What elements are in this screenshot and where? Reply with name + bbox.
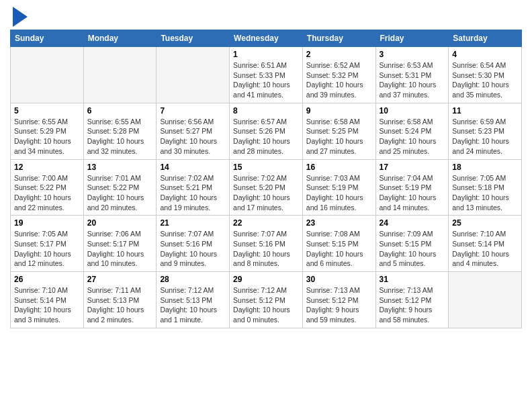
day-info: Sunrise: 6:56 AM Sunset: 5:27 PM Dayligh… (160, 117, 226, 156)
day-number: 10 (380, 106, 445, 116)
calendar-table: SundayMondayTuesdayWednesdayThursdayFrid… (10, 30, 522, 328)
day-info: Sunrise: 7:02 AM Sunset: 5:21 PM Dayligh… (160, 173, 226, 213)
day-number: 23 (306, 218, 372, 228)
day-info: Sunrise: 6:54 AM Sunset: 5:30 PM Dayligh… (452, 60, 518, 100)
day-info: Sunrise: 7:13 AM Sunset: 5:12 PM Dayligh… (380, 285, 445, 325)
day-number: 24 (380, 218, 445, 228)
day-info: Sunrise: 7:06 AM Sunset: 5:17 PM Dayligh… (87, 229, 153, 269)
day-number: 26 (14, 275, 80, 284)
day-cell: 10Sunrise: 6:58 AM Sunset: 5:24 PM Dayli… (375, 103, 449, 159)
day-cell: 20Sunrise: 7:06 AM Sunset: 5:17 PM Dayli… (83, 216, 157, 272)
day-info: Sunrise: 7:00 AM Sunset: 5:22 PM Dayligh… (14, 173, 80, 213)
col-header-saturday: Saturday (449, 30, 522, 47)
day-cell: 25Sunrise: 7:10 AM Sunset: 5:14 PM Dayli… (449, 216, 522, 272)
day-cell: 19Sunrise: 7:05 AM Sunset: 5:17 PM Dayli… (11, 216, 84, 272)
day-cell: 17Sunrise: 7:04 AM Sunset: 5:19 PM Dayli… (375, 159, 449, 216)
day-number: 18 (452, 163, 518, 172)
day-number: 1 (233, 50, 299, 59)
day-cell: 8Sunrise: 6:57 AM Sunset: 5:26 PM Daylig… (230, 103, 303, 159)
day-info: Sunrise: 7:07 AM Sunset: 5:16 PM Dayligh… (233, 229, 299, 269)
day-cell: 7Sunrise: 6:56 AM Sunset: 5:27 PM Daylig… (157, 103, 230, 159)
day-cell: 11Sunrise: 6:59 AM Sunset: 5:23 PM Dayli… (449, 103, 522, 159)
day-info: Sunrise: 6:55 AM Sunset: 5:28 PM Dayligh… (87, 117, 153, 156)
day-number: 29 (233, 275, 299, 284)
day-number: 27 (87, 275, 153, 284)
page-header (10, 7, 522, 27)
day-number: 11 (452, 106, 518, 116)
day-info: Sunrise: 7:09 AM Sunset: 5:15 PM Dayligh… (380, 229, 445, 269)
day-number: 9 (306, 106, 372, 116)
col-header-friday: Friday (375, 30, 449, 47)
logo-arrow-icon (13, 7, 28, 27)
day-cell (83, 47, 157, 103)
day-info: Sunrise: 7:10 AM Sunset: 5:14 PM Dayligh… (14, 285, 80, 325)
day-cell: 12Sunrise: 7:00 AM Sunset: 5:22 PM Dayli… (11, 159, 84, 216)
week-row-1: 1Sunrise: 6:51 AM Sunset: 5:33 PM Daylig… (11, 47, 522, 103)
day-info: Sunrise: 6:59 AM Sunset: 5:23 PM Dayligh… (452, 117, 518, 156)
day-info: Sunrise: 7:08 AM Sunset: 5:15 PM Dayligh… (306, 229, 372, 269)
day-cell: 22Sunrise: 7:07 AM Sunset: 5:16 PM Dayli… (230, 216, 303, 272)
day-info: Sunrise: 6:55 AM Sunset: 5:29 PM Dayligh… (14, 117, 80, 156)
day-cell: 31Sunrise: 7:13 AM Sunset: 5:12 PM Dayli… (375, 272, 449, 328)
day-cell: 16Sunrise: 7:03 AM Sunset: 5:19 PM Dayli… (302, 159, 375, 216)
day-info: Sunrise: 7:04 AM Sunset: 5:19 PM Dayligh… (380, 173, 445, 213)
day-cell: 3Sunrise: 6:53 AM Sunset: 5:31 PM Daylig… (375, 47, 449, 103)
day-number: 31 (380, 275, 445, 284)
day-cell: 6Sunrise: 6:55 AM Sunset: 5:28 PM Daylig… (83, 103, 157, 159)
col-header-monday: Monday (83, 30, 157, 47)
col-header-thursday: Thursday (302, 30, 375, 47)
day-cell: 29Sunrise: 7:12 AM Sunset: 5:12 PM Dayli… (230, 272, 303, 328)
day-info: Sunrise: 6:52 AM Sunset: 5:32 PM Dayligh… (306, 60, 372, 100)
day-number: 8 (233, 106, 299, 116)
day-info: Sunrise: 6:51 AM Sunset: 5:33 PM Dayligh… (233, 60, 299, 100)
day-number: 14 (160, 163, 226, 172)
day-number: 25 (452, 218, 518, 228)
column-headers: SundayMondayTuesdayWednesdayThursdayFrid… (11, 30, 522, 47)
day-number: 17 (380, 163, 445, 172)
day-info: Sunrise: 7:13 AM Sunset: 5:12 PM Dayligh… (306, 285, 372, 325)
day-number: 20 (87, 218, 153, 228)
svg-marker-0 (13, 7, 28, 27)
day-info: Sunrise: 6:53 AM Sunset: 5:31 PM Dayligh… (380, 60, 445, 100)
day-number: 22 (233, 218, 299, 228)
day-cell: 13Sunrise: 7:01 AM Sunset: 5:22 PM Dayli… (83, 159, 157, 216)
day-cell: 28Sunrise: 7:12 AM Sunset: 5:13 PM Dayli… (157, 272, 230, 328)
day-info: Sunrise: 6:58 AM Sunset: 5:24 PM Dayligh… (380, 117, 445, 156)
day-number: 19 (14, 218, 80, 228)
day-cell: 4Sunrise: 6:54 AM Sunset: 5:30 PM Daylig… (449, 47, 522, 103)
day-info: Sunrise: 7:07 AM Sunset: 5:16 PM Dayligh… (160, 229, 226, 269)
day-info: Sunrise: 7:12 AM Sunset: 5:13 PM Dayligh… (160, 285, 226, 325)
col-header-sunday: Sunday (11, 30, 84, 47)
day-cell: 9Sunrise: 6:58 AM Sunset: 5:25 PM Daylig… (302, 103, 375, 159)
day-cell: 23Sunrise: 7:08 AM Sunset: 5:15 PM Dayli… (302, 216, 375, 272)
day-info: Sunrise: 7:12 AM Sunset: 5:12 PM Dayligh… (233, 285, 299, 325)
day-cell: 24Sunrise: 7:09 AM Sunset: 5:15 PM Dayli… (375, 216, 449, 272)
week-row-2: 5Sunrise: 6:55 AM Sunset: 5:29 PM Daylig… (11, 103, 522, 159)
day-info: Sunrise: 7:01 AM Sunset: 5:22 PM Dayligh… (87, 173, 153, 213)
day-number: 2 (306, 50, 372, 59)
day-cell: 5Sunrise: 6:55 AM Sunset: 5:29 PM Daylig… (11, 103, 84, 159)
day-cell: 21Sunrise: 7:07 AM Sunset: 5:16 PM Dayli… (157, 216, 230, 272)
day-info: Sunrise: 7:05 AM Sunset: 5:17 PM Dayligh… (14, 229, 80, 269)
day-cell: 15Sunrise: 7:02 AM Sunset: 5:20 PM Dayli… (230, 159, 303, 216)
day-number: 16 (306, 163, 372, 172)
day-info: Sunrise: 7:11 AM Sunset: 5:13 PM Dayligh… (87, 285, 153, 325)
day-number: 7 (160, 106, 226, 116)
day-number: 13 (87, 163, 153, 172)
col-header-tuesday: Tuesday (157, 30, 230, 47)
day-info: Sunrise: 6:58 AM Sunset: 5:25 PM Dayligh… (306, 117, 372, 156)
day-info: Sunrise: 6:57 AM Sunset: 5:26 PM Dayligh… (233, 117, 299, 156)
day-number: 3 (380, 50, 445, 59)
day-number: 28 (160, 275, 226, 284)
day-cell: 30Sunrise: 7:13 AM Sunset: 5:12 PM Dayli… (302, 272, 375, 328)
day-info: Sunrise: 7:05 AM Sunset: 5:18 PM Dayligh… (452, 173, 518, 213)
day-info: Sunrise: 7:03 AM Sunset: 5:19 PM Dayligh… (306, 173, 372, 213)
day-number: 6 (87, 106, 153, 116)
day-info: Sunrise: 7:02 AM Sunset: 5:20 PM Dayligh… (233, 173, 299, 213)
day-number: 12 (14, 163, 80, 172)
day-cell (157, 47, 230, 103)
day-number: 4 (452, 50, 518, 59)
col-header-wednesday: Wednesday (230, 30, 303, 47)
day-number: 21 (160, 218, 226, 228)
logo (10, 7, 28, 27)
